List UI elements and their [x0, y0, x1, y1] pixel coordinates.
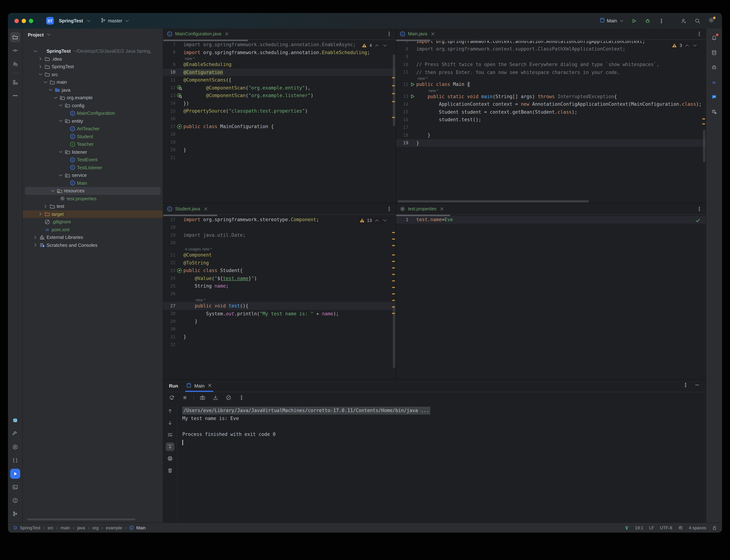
tree-item-entity[interactable]: entity: [23, 117, 163, 125]
code-line[interactable]: 31}: [163, 333, 396, 341]
code-line[interactable]: 27 public void test(){: [163, 302, 396, 310]
code-line[interactable]: 13 @ComponentScan("org.example.listener"…: [163, 92, 396, 99]
vertical-scrollbar[interactable]: [393, 307, 395, 368]
warning-stripe-mark[interactable]: [392, 254, 395, 255]
tree-item-testevent[interactable]: CTestEvent: [23, 156, 163, 164]
tree-item-external-libraries[interactable]: External Libraries: [23, 233, 163, 241]
code-line[interactable]: 28 System.out.println("My test name is: …: [163, 310, 396, 318]
status-widget[interactable]: 4 spaces: [689, 525, 706, 530]
status-v-logo[interactable]: [624, 525, 629, 530]
editor-options-kebab-icon[interactable]: [386, 206, 392, 212]
toolstrip-structure-button[interactable]: [10, 77, 20, 87]
next-warning-icon[interactable]: [382, 43, 388, 48]
toolstrip-project-folder-button[interactable]: [10, 32, 20, 42]
rightstrip-maven-m-button[interactable]: m: [709, 77, 719, 87]
minimize-window-button[interactable]: [22, 19, 26, 23]
horizontal-scrollbar[interactable]: [396, 215, 450, 216]
code-area-mainconfig[interactable]: 7import org.springframework.scheduling.a…: [163, 40, 396, 203]
run-options-kebab-icon[interactable]: [683, 382, 689, 389]
rightstrip-database-button[interactable]: [709, 48, 719, 58]
chevron-right-icon[interactable]: [32, 242, 39, 248]
vertical-scrollbar[interactable]: [703, 130, 705, 162]
prev-warning-icon[interactable]: [684, 43, 690, 48]
tree-item-listener[interactable]: listener: [23, 148, 163, 156]
code-line[interactable]: 29 }: [163, 318, 396, 325]
close-icon[interactable]: [203, 206, 208, 212]
breadcrumb-item[interactable]: org: [92, 525, 99, 530]
horizontal-scrollbar[interactable]: [398, 200, 589, 202]
breadcrumb-item[interactable]: main: [60, 525, 70, 530]
code-line[interactable]: 16 student.test();: [396, 116, 706, 124]
code-line[interactable]: 9@EnableScheduling: [163, 61, 396, 68]
minimize-panel-icon[interactable]: [694, 382, 700, 389]
warning-stripe-mark[interactable]: [392, 274, 395, 275]
console-arrow-up-button[interactable]: [166, 407, 174, 415]
run-console[interactable]: /Users/eve/Library/Java/JavaVirtualMachi…: [177, 403, 706, 522]
close-icon[interactable]: [207, 382, 213, 389]
tree-item-service[interactable]: service: [23, 171, 163, 179]
toolstrip-mascot-button[interactable]: [10, 415, 20, 425]
chevron-down-icon[interactable]: [86, 18, 92, 24]
toolstrip-run-play-button[interactable]: [10, 469, 20, 479]
settings-button[interactable]: [707, 16, 716, 25]
code-with-me-button[interactable]: [679, 16, 688, 25]
chevron-right-icon[interactable]: [37, 211, 44, 217]
rightstrip-chat-blue-button[interactable]: [709, 92, 719, 102]
code-line[interactable]: 23public class Student{: [163, 267, 396, 274]
warning-stripe-mark[interactable]: [392, 313, 395, 314]
code-line[interactable]: 19: [163, 138, 396, 146]
chevron-down-icon[interactable]: [57, 103, 64, 108]
console-printer-button[interactable]: [166, 454, 174, 463]
warning-stripe-mark[interactable]: [392, 261, 395, 262]
code-line[interactable]: 24 @Value("${test.name}"): [163, 274, 396, 282]
project-name[interactable]: SpringTest: [59, 18, 83, 23]
chevron-down-icon[interactable]: [42, 79, 49, 85]
run-camera-button[interactable]: [198, 393, 207, 402]
code-line[interactable]: 20}: [163, 146, 396, 154]
status-widget[interactable]: UTF-8: [660, 525, 672, 530]
code-area-student[interactable]: 17import org.springframework.stereotype.…: [163, 215, 396, 379]
prev-warning-icon[interactable]: [374, 218, 380, 223]
tab-mainconfig[interactable]: CMainConfiguration.java: [167, 31, 230, 37]
run-kebab-button[interactable]: [237, 393, 246, 402]
horizontal-scrollbar[interactable]: [163, 40, 248, 41]
toolstrip-services-button[interactable]: [10, 442, 20, 452]
toolstrip-commit-button[interactable]: [10, 45, 20, 56]
code-line[interactable]: 10// Press Shift twice to open the Searc…: [396, 61, 706, 68]
run-configuration-widget[interactable]: Main: [599, 17, 625, 24]
toolstrip-problem-button[interactable]: [10, 495, 20, 506]
code-line[interactable]: 11// then press Enter. You can now see w…: [396, 68, 706, 76]
chevron-down-icon[interactable]: [49, 188, 56, 194]
run-gutter-icon[interactable]: [408, 82, 416, 87]
chevron-down-icon[interactable]: [46, 32, 52, 38]
warning-stripe-mark[interactable]: [392, 300, 395, 301]
run-gutter-icon[interactable]: [408, 94, 416, 99]
close-icon[interactable]: [430, 31, 436, 37]
tree-item-resources[interactable]: resources: [25, 187, 161, 195]
project-horizontal-scrollbar[interactable]: [27, 519, 135, 520]
run-tab-main[interactable]: Main: [185, 380, 213, 392]
chevron-down-icon[interactable]: [57, 118, 64, 124]
run-stop-button[interactable]: [180, 393, 189, 402]
tree-item-scratches-and-consoles[interactable]: Scratches and Consoles: [23, 241, 163, 249]
tree-item-test-properties[interactable]: test.properties: [23, 195, 163, 202]
horizontal-scrollbar[interactable]: [163, 215, 217, 216]
code-line[interactable]: 8import org.springframework.context.supp…: [396, 45, 706, 53]
breadcrumb-item[interactable]: java: [77, 525, 85, 530]
code-line[interactable]: 15 Student student = context.getBean(Stu…: [396, 108, 706, 116]
breadcrumb-item[interactable]: src: [47, 525, 53, 530]
next-warning-icon[interactable]: [692, 43, 698, 48]
prev-warning-icon[interactable]: [374, 43, 380, 48]
chevron-down-icon[interactable]: [57, 149, 64, 155]
warning-stripe-mark[interactable]: [392, 77, 395, 78]
chevron-down-icon[interactable]: [32, 48, 39, 54]
code-line[interactable]: 11@ComponentScans({: [163, 76, 396, 84]
breadcrumb-item[interactable]: example: [106, 525, 122, 530]
toolstrip-dots-button[interactable]: [10, 91, 20, 101]
code-line[interactable]: 12public class Main {: [396, 80, 706, 88]
status-widget[interactable]: 19:1: [635, 525, 643, 530]
code-line[interactable]: 21@Component: [163, 251, 396, 259]
more-actions-button[interactable]: [657, 16, 666, 25]
status-widget[interactable]: LF: [649, 525, 654, 530]
code-line[interactable]: 26: [163, 290, 396, 298]
